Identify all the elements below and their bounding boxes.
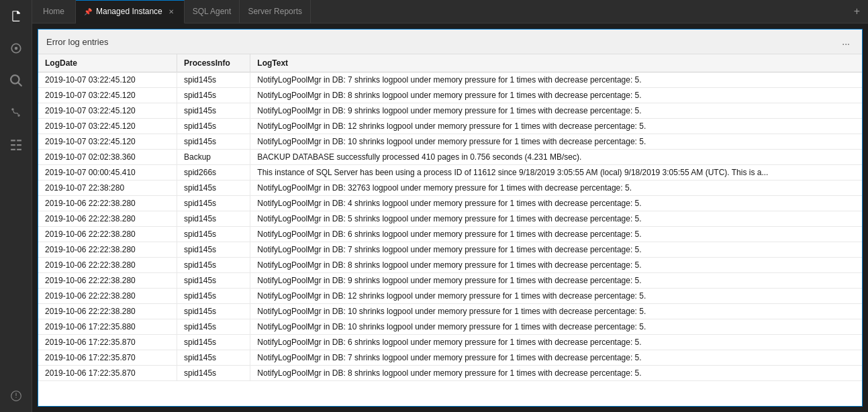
cell-logdate: 2019-10-06 22:22:38.280 [38, 304, 177, 319]
cell-logtext: NotifyLogPoolMgr in DB: 9 shrinks logpoo… [250, 273, 862, 289]
cell-logtext: NotifyLogPoolMgr in DB: 7 shrinks logpoo… [250, 72, 862, 88]
cell-processinfo: spid145s [177, 366, 250, 381]
cell-processinfo: spid145s [177, 119, 250, 134]
cell-logtext: NotifyLogPoolMgr in DB: 8 shrinks logpoo… [250, 88, 862, 103]
cell-logdate: 2019-10-07 03:22:45.120 [38, 134, 177, 150]
col-logtext: LogText [250, 54, 862, 72]
feedback-icon[interactable] [0, 380, 32, 412]
table-header-row: LogDate ProcessInfo LogText [38, 54, 862, 72]
table-container[interactable]: LogDate ProcessInfo LogText 2019-10-07 0… [38, 54, 862, 406]
cell-processinfo: spid266s [177, 165, 250, 181]
new-tab-button[interactable]: + [846, 0, 868, 23]
cell-processinfo: spid145s [177, 196, 250, 211]
table-row[interactable]: 2019-10-07 22:38:280spid145sNotifyLogPoo… [38, 181, 862, 196]
cell-logtext: NotifyLogPoolMgr in DB: 10 shrinks logpo… [250, 134, 862, 150]
tab-sql-agent[interactable]: SQL Agent [185, 0, 240, 23]
cell-logtext: NotifyLogPoolMgr in DB: 12 shrinks logpo… [250, 119, 862, 134]
cell-processinfo: spid145s [177, 227, 250, 242]
cell-logtext: BACKUP DATABASE successfully processed 4… [250, 150, 862, 165]
cell-logtext: NotifyLogPoolMgr in DB: 6 shrinks logpoo… [250, 335, 862, 350]
cell-logtext: NotifyLogPoolMgr in DB: 10 shrinks logpo… [250, 304, 862, 319]
cell-logtext: NotifyLogPoolMgr in DB: 7 shrinks logpoo… [250, 350, 862, 366]
cell-logdate: 2019-10-06 17:22:35.870 [38, 350, 177, 366]
cell-processinfo: spid145s [177, 289, 250, 304]
table-row[interactable]: 2019-10-06 22:22:38.280spid145sNotifyLog… [38, 242, 862, 258]
cell-logtext: NotifyLogPoolMgr in DB: 7 shrinks logpoo… [250, 242, 862, 258]
panel-menu-button[interactable]: ... [838, 35, 854, 48]
table-row[interactable]: 2019-10-06 17:22:35.870spid145sNotifyLog… [38, 350, 862, 366]
col-processinfo: ProcessInfo [177, 54, 250, 72]
cell-processinfo: spid145s [177, 273, 250, 289]
table-row[interactable]: 2019-10-06 17:22:35.880spid145sNotifyLog… [38, 319, 862, 335]
cell-logtext: NotifyLogPoolMgr in DB: 32763 logpool un… [250, 181, 862, 196]
tab-managed-instance[interactable]: 📌 Managed Instance ✕ [76, 0, 185, 23]
cell-processinfo: Backup [177, 150, 250, 165]
table-row[interactable]: 2019-10-07 00:00:45.410spid266sThis inst… [38, 165, 862, 181]
cell-processinfo: spid145s [177, 304, 250, 319]
table-row[interactable]: 2019-10-06 22:22:38.280spid145sNotifyLog… [38, 258, 862, 273]
cell-logdate: 2019-10-06 17:22:35.870 [38, 366, 177, 381]
cell-logtext: NotifyLogPoolMgr in DB: 9 shrinks logpoo… [250, 103, 862, 119]
table-row[interactable]: 2019-10-06 22:22:38.280spid145sNotifyLog… [38, 227, 862, 242]
cell-processinfo: spid145s [177, 258, 250, 273]
cell-processinfo: spid145s [177, 72, 250, 88]
cell-processinfo: spid145s [177, 103, 250, 119]
files-icon[interactable] [0, 0, 32, 32]
table-row[interactable]: 2019-10-07 03:22:45.120spid145sNotifyLog… [38, 88, 862, 103]
error-log-panel: Error log entries ... LogDate ProcessInf… [38, 29, 863, 407]
cell-logdate: 2019-10-06 22:22:38.280 [38, 258, 177, 273]
search-icon[interactable] [0, 64, 32, 97]
cell-logdate: 2019-10-06 22:22:38.280 [38, 242, 177, 258]
cell-logtext: NotifyLogPoolMgr in DB: 5 shrinks logpoo… [250, 211, 862, 227]
cell-logdate: 2019-10-06 17:22:35.880 [38, 319, 177, 335]
cell-logdate: 2019-10-07 03:22:45.120 [38, 103, 177, 119]
table-row[interactable]: 2019-10-06 22:22:38.280spid145sNotifyLog… [38, 304, 862, 319]
table-row[interactable]: 2019-10-06 22:22:38.280spid145sNotifyLog… [38, 273, 862, 289]
extensions-icon[interactable] [0, 129, 32, 161]
content-area: Error log entries ... LogDate ProcessInf… [32, 23, 868, 412]
tab-server-reports[interactable]: Server Reports [240, 0, 311, 23]
cell-logtext: This instance of SQL Server has been usi… [250, 165, 862, 181]
tab-server-reports-label: Server Reports [248, 7, 302, 16]
col-logdate: LogDate [38, 54, 177, 72]
cell-processinfo: spid145s [177, 181, 250, 196]
cell-processinfo: spid145s [177, 335, 250, 350]
table-row[interactable]: 2019-10-06 22:22:38.280spid145sNotifyLog… [38, 211, 862, 227]
cell-logtext: NotifyLogPoolMgr in DB: 4 shrinks logpoo… [250, 196, 862, 211]
cell-logdate: 2019-10-07 22:38:280 [38, 181, 177, 196]
cell-processinfo: spid145s [177, 211, 250, 227]
table-row[interactable]: 2019-10-07 03:22:45.120spid145sNotifyLog… [38, 134, 862, 150]
table-row[interactable]: 2019-10-07 02:02:38.360BackupBACKUP DATA… [38, 150, 862, 165]
cell-logdate: 2019-10-07 00:00:45.410 [38, 165, 177, 181]
sidebar [0, 0, 32, 412]
connections-icon[interactable] [0, 32, 32, 64]
cell-logdate: 2019-10-06 22:22:38.280 [38, 273, 177, 289]
table-row[interactable]: 2019-10-07 03:22:45.120spid145sNotifyLog… [38, 119, 862, 134]
cell-processinfo: spid145s [177, 88, 250, 103]
cell-logtext: NotifyLogPoolMgr in DB: 12 shrinks logpo… [250, 289, 862, 304]
tab-home-label: Home [43, 7, 64, 16]
cell-logdate: 2019-10-07 02:02:38.360 [38, 150, 177, 165]
tab-home[interactable]: Home [32, 0, 76, 23]
error-log-table: LogDate ProcessInfo LogText 2019-10-07 0… [38, 54, 862, 381]
cell-logdate: 2019-10-07 03:22:45.120 [38, 88, 177, 103]
table-row[interactable]: 2019-10-06 17:22:35.870spid145sNotifyLog… [38, 366, 862, 381]
tab-managed-instance-close[interactable]: ✕ [166, 7, 176, 16]
table-row[interactable]: 2019-10-06 22:22:38.280spid145sNotifyLog… [38, 196, 862, 211]
tab-sql-agent-label: SQL Agent [193, 7, 232, 16]
table-row[interactable]: 2019-10-06 22:22:38.280spid145sNotifyLog… [38, 289, 862, 304]
table-row[interactable]: 2019-10-06 17:22:35.870spid145sNotifyLog… [38, 335, 862, 350]
source-control-icon[interactable] [0, 97, 32, 129]
cell-logtext: NotifyLogPoolMgr in DB: 8 shrinks logpoo… [250, 258, 862, 273]
cell-processinfo: spid145s [177, 134, 250, 150]
pin-icon: 📌 [84, 8, 92, 15]
table-row[interactable]: 2019-10-07 03:22:45.120spid145sNotifyLog… [38, 103, 862, 119]
cell-logdate: 2019-10-06 17:22:35.870 [38, 335, 177, 350]
table-row[interactable]: 2019-10-07 03:22:45.120spid145sNotifyLog… [38, 72, 862, 88]
cell-processinfo: spid145s [177, 350, 250, 366]
tab-bar: Home 📌 Managed Instance ✕ SQL Agent Serv… [32, 0, 868, 23]
panel-header: Error log entries ... [38, 30, 862, 54]
cell-processinfo: spid145s [177, 242, 250, 258]
cell-logdate: 2019-10-06 22:22:38.280 [38, 196, 177, 211]
cell-logdate: 2019-10-06 22:22:38.280 [38, 227, 177, 242]
